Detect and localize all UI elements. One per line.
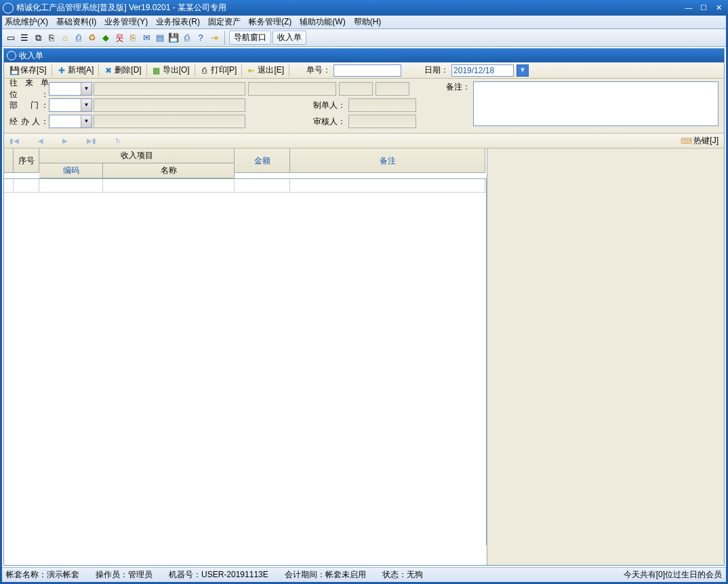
nav-window-button[interactable]: 导航窗口 xyxy=(229,31,271,45)
data-grid: 序号 收入项目 编码 名称 金额 备注 xyxy=(4,149,487,565)
auditor-field[interactable] xyxy=(348,115,416,128)
nav-refresh-button[interactable]: ↻ xyxy=(115,137,121,144)
tool-icon-10[interactable]: ⎘ xyxy=(127,32,139,44)
print-button[interactable]: ⎙打印[P] xyxy=(199,64,239,76)
col-code[interactable]: 编码 xyxy=(39,163,103,178)
nav-first-button[interactable]: ▮◀ xyxy=(9,137,19,144)
operator-combo[interactable]: ▼ xyxy=(49,115,92,128)
bill-no-input[interactable] xyxy=(333,64,401,77)
minimize-button[interactable]: — xyxy=(682,3,695,13)
income-tab-button[interactable]: 收入单 xyxy=(272,31,306,45)
date-label: 日期： xyxy=(424,64,449,76)
unit-combo[interactable]: ▼ xyxy=(49,82,92,96)
tool-icon-12[interactable]: ▤ xyxy=(154,32,166,44)
unit-ext3-field[interactable] xyxy=(376,82,409,96)
bill-no-field: 单号： xyxy=(306,64,401,77)
auditor-label: 审核人： xyxy=(313,116,346,128)
tool-users-icon[interactable]: 웃 xyxy=(113,32,125,44)
chevron-down-icon[interactable]: ▼ xyxy=(81,99,92,111)
tool-icon-6[interactable]: ⎙ xyxy=(73,32,85,44)
exit-icon: ⇤ xyxy=(247,66,256,75)
tool-icon-11[interactable]: ✉ xyxy=(140,32,153,44)
save-button[interactable]: 💾保存[S] xyxy=(8,64,48,76)
nav-next-button[interactable]: ▶ xyxy=(62,137,68,144)
status-birthday: 今天共有[0]位过生日的会员 xyxy=(624,569,722,581)
tool-help-icon[interactable]: ? xyxy=(195,32,207,44)
unit-label: 往来单位： xyxy=(9,77,49,100)
export-button[interactable]: ▦导出[O] xyxy=(150,64,191,76)
status-machine: 机器号：USER-20191113E xyxy=(169,569,268,581)
chevron-down-icon[interactable]: ▼ xyxy=(81,83,92,95)
window-title: 精诚化工产品管理系统[普及版] Ver19.0201 - 某某公司专用 xyxy=(16,2,681,14)
menu-report[interactable]: 业务报表(R) xyxy=(156,16,200,28)
tool-icon-7[interactable]: ♻ xyxy=(86,32,98,44)
menu-bar: 系统维护(X) 基础资料(I) 业务管理(Y) 业务报表(R) 固定资产 帐务管… xyxy=(2,16,726,29)
tool-icon-5[interactable]: ⌂ xyxy=(59,32,71,44)
operator-name-field[interactable] xyxy=(94,115,245,128)
status-operator: 操作员：管理员 xyxy=(96,569,153,581)
exit-button[interactable]: ⇤退出[E] xyxy=(245,64,285,76)
status-bar: 帐套名称：演示帐套 操作员：管理员 机器号：USER-20191113E 会计期… xyxy=(2,567,726,582)
tool-icon-2[interactable]: ☰ xyxy=(18,32,31,44)
dept-label: 部 门： xyxy=(9,100,49,111)
date-input[interactable] xyxy=(451,64,514,77)
keyboard-icon: ⌨ xyxy=(681,136,692,146)
sub-title-bar: 收入单 xyxy=(4,49,724,62)
table-area: 序号 收入项目 编码 名称 金额 备注 xyxy=(4,149,724,565)
col-amount[interactable]: 金额 xyxy=(235,149,290,173)
grid-body[interactable] xyxy=(4,179,487,545)
menu-basedata[interactable]: 基础资料(I) xyxy=(56,16,96,28)
menu-aux[interactable]: 辅助功能(W) xyxy=(300,16,345,28)
remark-textarea[interactable] xyxy=(473,81,719,126)
unit-ext2-field[interactable] xyxy=(339,82,373,96)
col-name[interactable]: 名称 xyxy=(103,163,235,178)
nav-prev-button[interactable]: ◀ xyxy=(38,137,43,144)
tool-icon-3[interactable]: ⧉ xyxy=(32,32,44,44)
income-subwindow: 收入单 💾保存[S] ✚新增[A] ✖删除[D] ▦导出[O] ⎙打印[P] ⇤… xyxy=(3,48,725,566)
menu-account[interactable]: 帐务管理(Z) xyxy=(249,16,291,28)
tool-icon-1[interactable]: ▭ xyxy=(5,32,17,44)
right-panel xyxy=(487,149,724,565)
chevron-down-icon[interactable]: ▼ xyxy=(81,115,92,128)
export-icon: ▦ xyxy=(152,66,161,75)
status-account: 帐套名称：演示帐套 xyxy=(6,569,79,581)
menu-help[interactable]: 帮助(H) xyxy=(354,16,382,28)
grid-header: 序号 收入项目 编码 名称 金额 备注 xyxy=(4,149,487,179)
bill-no-label: 单号： xyxy=(306,64,331,76)
unit-ext1-field[interactable] xyxy=(248,82,336,96)
tool-icon-4[interactable]: ⎘ xyxy=(45,32,58,44)
tool-save-icon[interactable]: 💾 xyxy=(167,32,180,44)
maximize-button[interactable]: ☐ xyxy=(697,3,710,13)
add-button[interactable]: ✚新增[A] xyxy=(56,64,96,76)
nav-last-button[interactable]: ▶▮ xyxy=(87,137,96,144)
col-selector[interactable] xyxy=(4,149,14,173)
delete-button[interactable]: ✖删除[D] xyxy=(102,64,142,76)
unit-name-field[interactable] xyxy=(94,82,245,96)
sub-app-icon xyxy=(7,51,16,60)
form-area: 往来单位： ▼ 部 门： ▼ 制单人： 经 办 人： ▼ 审核人： xyxy=(4,79,724,134)
remark-label: 备注： xyxy=(443,81,470,130)
date-field: 日期： ▼ xyxy=(424,64,529,77)
close-button[interactable]: ✕ xyxy=(712,3,725,13)
tool-print-icon[interactable]: ⎙ xyxy=(181,32,193,44)
delete-icon: ✖ xyxy=(104,66,113,75)
sub-window-title: 收入单 xyxy=(19,50,43,62)
hotkey-button[interactable]: ⌨ 热键[J] xyxy=(681,135,719,147)
maker-label: 制单人： xyxy=(313,100,346,111)
table-row[interactable] xyxy=(4,179,486,193)
status-period: 会计期间：帐套未启用 xyxy=(285,569,366,581)
date-picker-button[interactable]: ▼ xyxy=(517,64,529,77)
dept-name-field[interactable] xyxy=(94,98,245,112)
action-toolbar: 💾保存[S] ✚新增[A] ✖删除[D] ▦导出[O] ⎙打印[P] ⇤退出[E… xyxy=(4,62,724,79)
col-seq[interactable]: 序号 xyxy=(14,149,39,173)
menu-asset[interactable]: 固定资产 xyxy=(208,16,241,28)
col-income-item[interactable]: 收入项目 xyxy=(39,149,235,163)
dept-combo[interactable]: ▼ xyxy=(49,98,92,112)
col-remark[interactable]: 备注 xyxy=(290,149,485,173)
menu-business[interactable]: 业务管理(Y) xyxy=(104,16,148,28)
tool-icon-8[interactable]: ◆ xyxy=(100,32,112,44)
status-state: 状态：无狗 xyxy=(382,569,423,581)
menu-system[interactable]: 系统维护(X) xyxy=(5,16,48,28)
maker-field[interactable] xyxy=(348,98,416,112)
tool-exit-icon[interactable]: ⇥ xyxy=(208,32,220,44)
